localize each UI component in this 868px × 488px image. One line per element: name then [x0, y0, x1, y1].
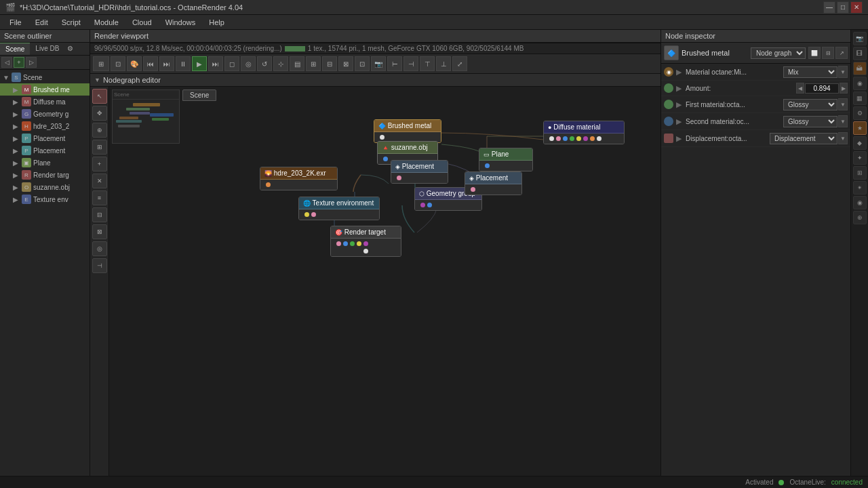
stop-btn[interactable]: ⏸ — [176, 56, 191, 71]
node-placement2[interactable]: ◈ Placement — [465, 171, 522, 195]
ng-add-btn[interactable]: + — [92, 157, 107, 171]
tree-item-suzanne[interactable]: ▶ O suzanne.obj — [0, 181, 90, 193]
close-button[interactable]: ✕ — [850, 1, 863, 14]
render-btn9[interactable]: ⊤ — [420, 56, 435, 71]
nodegraph-minimap[interactable]: Scene — [112, 89, 180, 144]
stereo-btn[interactable]: ⊡ — [111, 56, 125, 71]
second-mat-select[interactable]: Glossy Diffuse Mix — [783, 116, 837, 127]
inspector-mode-select[interactable]: Node graph Properties — [751, 47, 806, 59]
insp-btn-3[interactable]: ↗ — [835, 47, 848, 59]
outliner-nav-forward[interactable]: ▷ — [26, 57, 37, 68]
tree-item-hdre[interactable]: ▶ H hdre_203_2 — [0, 120, 90, 132]
focus-btn[interactable]: ◎ — [241, 56, 256, 71]
tab-settings[interactable]: ⚙ — [64, 43, 76, 55]
play-btn[interactable]: ▶ — [192, 56, 207, 71]
row-expand[interactable]: ▶ — [676, 68, 683, 77]
tree-item-placement2[interactable]: ▶ P Placement — [0, 144, 90, 157]
menu-windows[interactable]: Windows — [159, 17, 203, 28]
row-extra-btn[interactable]: ▼ — [838, 115, 848, 127]
row-expand[interactable]: ▶ — [676, 84, 683, 93]
tree-item-rendertarget[interactable]: ▶ R Render targ — [0, 169, 90, 181]
ng-delete-btn[interactable]: ✕ — [92, 174, 107, 188]
displacement-select[interactable]: Displacement — [770, 133, 837, 144]
outliner-nav-back[interactable]: ◁ — [1, 57, 12, 68]
node-plane[interactable]: ▭ Plane — [479, 148, 533, 171]
tree-item-brushed[interactable]: ▶ M Brushed me — [0, 83, 90, 96]
tab-live-db[interactable]: Live DB — [30, 43, 64, 55]
tree-scene-root[interactable]: ▼ S Scene — [0, 71, 90, 83]
node-render-target[interactable]: 🎯 Render target — [330, 226, 401, 257]
ng-zoom-btn[interactable]: ⊕ — [92, 123, 107, 138]
rs-btn-sparkle[interactable]: ✦ — [853, 151, 867, 165]
prev-frame-btn[interactable]: ⏭ — [159, 56, 174, 71]
material-type-select[interactable]: Mix Glossy Diffuse — [783, 66, 837, 78]
rs-btn-grid2[interactable]: ⊞ — [853, 166, 867, 180]
rs-btn-mountain[interactable]: 🏔 — [853, 62, 867, 75]
render-btn1[interactable]: ⊹ — [273, 56, 288, 71]
render-btn7[interactable]: ⊢ — [387, 56, 402, 71]
minimize-button[interactable]: — — [823, 1, 835, 14]
rs-btn-star[interactable]: ★ — [853, 121, 867, 135]
node-texture-env[interactable]: 🌐 Texture environment — [298, 197, 380, 220]
node-diffuse-mat[interactable]: ● Diffuse material — [543, 121, 625, 144]
rs-btn-gear[interactable]: ⚙ — [853, 106, 867, 120]
tree-item-diffuse[interactable]: ▶ M Diffuse ma — [0, 96, 90, 108]
ng-layout-btn[interactable]: ≡ — [92, 190, 107, 205]
view-mode-btn[interactable]: ⊞ — [93, 56, 109, 71]
render-btn5[interactable]: ⊠ — [338, 56, 353, 71]
rs-btn-circle[interactable]: ◉ — [853, 77, 867, 90]
tree-item-texture-env[interactable]: ▶ E Texture env — [0, 193, 90, 205]
resize-btn[interactable]: ⤢ — [452, 56, 467, 71]
first-mat-select[interactable]: Glossy Diffuse Mix — [783, 99, 837, 110]
region-btn[interactable]: ◻ — [224, 56, 239, 71]
node-brushed-metal[interactable]: 🔷 Brushed metal — [374, 119, 441, 143]
rs-btn-diamond[interactable]: ◆ — [853, 136, 867, 150]
amount-inc-btn[interactable]: ▶ — [840, 83, 848, 94]
menu-cloud[interactable]: Cloud — [125, 17, 159, 28]
amount-dec-btn[interactable]: ◀ — [796, 83, 804, 94]
maximize-button[interactable]: □ — [837, 1, 849, 14]
menu-module[interactable]: Module — [87, 17, 125, 28]
rs-btn-grid[interactable]: ▦ — [853, 92, 867, 105]
render-btn10[interactable]: ⊥ — [436, 56, 451, 71]
insp-btn-2[interactable]: ⊟ — [822, 47, 834, 59]
render-btn8[interactable]: ⊣ — [403, 56, 418, 71]
rs-btn-asterisk[interactable]: ✴ — [853, 181, 867, 195]
node-hdre[interactable]: 🌄 hdre_203_2K.exr — [260, 167, 338, 190]
render-btn4[interactable]: ⊟ — [322, 56, 337, 71]
ng-mat-btn[interactable]: ⊣ — [92, 258, 107, 273]
tree-item-plane[interactable]: ▶ ▣ Plane — [0, 157, 90, 169]
camera-btn[interactable]: 📷 — [371, 56, 386, 71]
render-btn2[interactable]: ▤ — [290, 56, 304, 71]
rs-btn-crosshair[interactable]: ⊕ — [853, 211, 867, 224]
rs-btn-camera[interactable]: 📷 — [853, 32, 867, 45]
menu-help[interactable]: Help — [202, 17, 231, 28]
row-expand[interactable]: ▶ — [676, 134, 683, 143]
menu-file[interactable]: File — [3, 17, 28, 28]
rs-btn-record[interactable]: ◉ — [853, 196, 867, 209]
titlebar-controls[interactable]: — □ ✕ — [823, 1, 863, 14]
render-btn6[interactable]: ⊡ — [355, 56, 370, 71]
nodegraph-collapse-icon[interactable]: ▼ — [94, 77, 100, 83]
row-extra-btn[interactable]: ▼ — [838, 66, 848, 78]
row-extra-btn[interactable]: ▼ — [838, 98, 848, 110]
ng-wire-btn[interactable]: ◎ — [92, 241, 107, 256]
tree-item-geometry[interactable]: ▶ G Geometry g — [0, 108, 90, 120]
rs-btn-film[interactable]: 🎞 — [853, 47, 867, 60]
row-expand[interactable]: ▶ — [676, 117, 683, 126]
ng-frame-btn[interactable]: ⊞ — [92, 140, 107, 155]
ng-scene-tab[interactable]: Scene — [182, 89, 216, 101]
ng-select-btn[interactable]: ↖ — [92, 89, 107, 104]
outliner-new[interactable]: + — [14, 57, 24, 68]
nodegraph-canvas[interactable]: Scene — [109, 87, 660, 488]
rotate-btn[interactable]: ↺ — [257, 56, 272, 71]
menu-edit[interactable]: Edit — [28, 17, 55, 28]
tab-scene[interactable]: Scene — [0, 43, 30, 55]
ng-snap-btn[interactable]: ⊠ — [92, 224, 107, 239]
amount-value[interactable]: 0.894 — [805, 83, 839, 94]
row-extra-btn[interactable]: ▼ — [838, 132, 848, 144]
menu-script[interactable]: Script — [55, 17, 87, 28]
ng-grid-btn[interactable]: ⊟ — [92, 207, 107, 222]
node-placement1[interactable]: ◈ Placement — [391, 160, 448, 184]
render-btn3[interactable]: ⊞ — [306, 56, 321, 71]
